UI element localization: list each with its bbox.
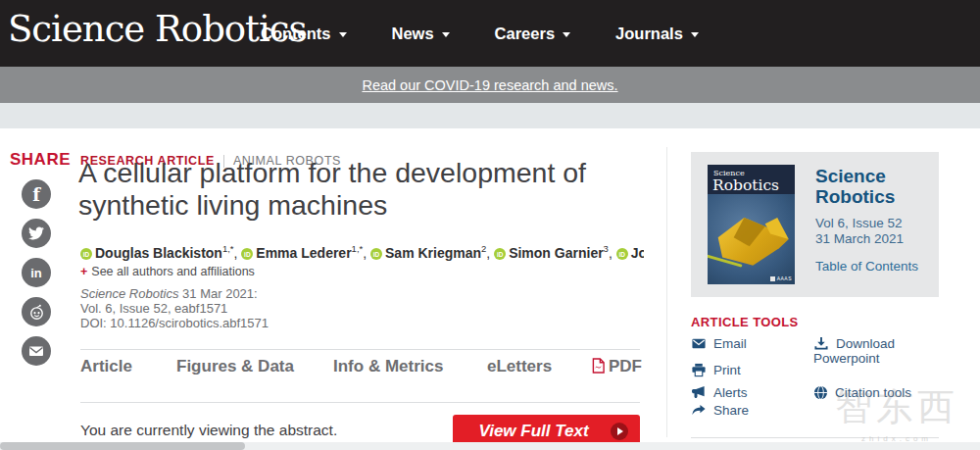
orcid-icon: iD: [370, 248, 382, 260]
horizontal-scrollbar-thumb[interactable]: [0, 442, 245, 450]
author-link[interactable]: iDDouglas Blackiston1,*,: [80, 245, 241, 261]
twitter-icon: [28, 225, 44, 241]
covid-banner: Read our COVID-19 research and news.: [0, 67, 980, 103]
tab-info-metrics[interactable]: Info & Metrics: [333, 357, 443, 376]
site-header: Science Robotics Contents News Careers J…: [0, 0, 980, 67]
issue-date: 31 March 2021: [815, 231, 931, 247]
share-label: SHARE: [10, 150, 71, 170]
horizontal-scrollbar-track[interactable]: [0, 442, 980, 450]
alerts-megaphone-icon: [691, 385, 707, 400]
tool-share-label: Share: [713, 403, 749, 418]
share-arrow-icon: [691, 403, 707, 418]
tab-eletters[interactable]: eLetters: [487, 357, 552, 376]
table-of-contents-link[interactable]: Table of Contents: [815, 259, 931, 274]
see-all-authors-label: See all authors and affiliations: [91, 265, 255, 278]
page-title: A cellular platform for the development …: [78, 157, 647, 222]
top-navigation: Contents News Careers Journals: [261, 0, 699, 67]
nav-journals[interactable]: Journals: [615, 25, 699, 43]
pdf-icon: [592, 358, 605, 374]
citation-block: Science Robotics 31 Mar 2021: Vol. 6, Is…: [80, 286, 269, 330]
content-divider: [666, 147, 667, 437]
email-icon: [28, 343, 44, 359]
share-facebook-button[interactable]: f: [22, 179, 51, 209]
abstract-notice: You are currently viewing the abstract.: [80, 422, 337, 439]
nav-news[interactable]: News: [392, 25, 450, 43]
view-full-text-label: View Full Text: [478, 422, 588, 441]
orcid-icon: iD: [494, 248, 506, 260]
citation-journal: Science Robotics: [80, 286, 178, 301]
issue-number: Vol 6, Issue 52: [815, 216, 931, 231]
citation-date: 31 Mar 2021:: [182, 286, 258, 301]
tool-alerts[interactable]: Alerts: [691, 385, 748, 400]
citation-doi: DOI: 10.1126/scirobotics.abf1571: [80, 316, 269, 330]
email-icon: [691, 336, 707, 351]
orcid-icon: iD: [616, 248, 628, 260]
globe-icon: [813, 385, 828, 400]
nav-careers-label: Careers: [495, 25, 555, 43]
author-name: Joshua B...: [631, 245, 644, 261]
tool-share[interactable]: Share: [691, 403, 749, 418]
tool-email[interactable]: Email: [691, 336, 747, 351]
download-icon: [813, 336, 829, 351]
nav-contents-label: Contents: [261, 25, 331, 43]
share-twitter-button[interactable]: [22, 219, 51, 248]
nav-journals-label: Journals: [615, 25, 683, 43]
tool-citation-label: Citation tools: [835, 385, 911, 400]
cover-journal-name-large: Robotics: [712, 176, 779, 194]
share-email-button[interactable]: [22, 336, 51, 366]
issue-info: Science Robotics Vol 6, Issue 52 31 Marc…: [815, 166, 931, 274]
tab-pdf-label: PDF: [609, 357, 642, 375]
share-linkedin-button[interactable]: in: [22, 258, 51, 287]
covid-banner-link[interactable]: Read our COVID-19 research and news.: [362, 77, 617, 93]
play-icon: [611, 423, 628, 440]
science-robotics-article-page: Science Robotics Contents News Careers J…: [0, 0, 980, 450]
author-separator: ,: [363, 245, 370, 261]
author-link[interactable]: iDSam Kriegman2,: [370, 245, 494, 261]
chevron-down-icon: [442, 32, 450, 37]
orcid-icon: iD: [80, 248, 92, 260]
facebook-icon: f: [32, 186, 40, 204]
tab-figures-data[interactable]: Figures & Data: [176, 357, 294, 376]
author-separator: ,: [486, 245, 494, 261]
tool-email-label: Email: [713, 336, 747, 351]
author-list: iDDouglas Blackiston1,*, iDEmma Lederer1…: [80, 243, 644, 261]
issue-cover[interactable]: Science Robotics AAAS: [708, 165, 795, 284]
citation-issue: Vol. 6, Issue 52, eabf1571: [80, 301, 269, 316]
author-link[interactable]: iDSimon Garnier3,: [494, 245, 616, 261]
article-tools-heading: ARTICLE TOOLS: [691, 315, 799, 329]
printer-icon: [691, 363, 707, 377]
sidebar-divider: [691, 437, 939, 438]
tabs-top-rule: [80, 349, 640, 350]
tool-print[interactable]: Print: [691, 363, 741, 377]
tab-pdf[interactable]: PDF: [592, 357, 642, 376]
header-spacer: [0, 103, 980, 128]
author-name: Sam Kriegman: [385, 245, 481, 261]
chevron-down-icon: [563, 32, 570, 37]
chevron-down-icon: [339, 32, 347, 37]
tool-alerts-label: Alerts: [713, 385, 748, 400]
nav-careers[interactable]: Careers: [495, 25, 570, 43]
aaas-logo: AAAS: [770, 275, 792, 281]
see-all-authors-link[interactable]: +See all authors and affiliations: [80, 265, 255, 278]
author-superscript: 1,*: [352, 243, 364, 254]
article-tabs: Article Figures & Data Info & Metrics eL…: [80, 355, 640, 384]
linkedin-icon: in: [30, 267, 42, 279]
author-link[interactable]: iDJoshua B...: [616, 245, 644, 261]
nav-contents[interactable]: Contents: [261, 25, 347, 43]
author-link[interactable]: iDEmma Lederer1,*,: [241, 245, 370, 261]
journal-title: Science Robotics: [815, 166, 904, 207]
tool-citation[interactable]: Citation tools: [813, 385, 911, 400]
author-separator: ,: [609, 245, 616, 261]
plus-icon: +: [80, 265, 87, 278]
tool-download-powerpoint[interactable]: Download Powerpoint: [813, 336, 927, 366]
author-name: Emma Lederer: [256, 245, 351, 261]
author-name: Simon Garnier: [509, 245, 603, 261]
share-reddit-button[interactable]: [22, 297, 51, 326]
orcid-icon: iD: [241, 248, 253, 260]
tab-article[interactable]: Article: [80, 357, 132, 376]
tool-print-label: Print: [713, 363, 741, 377]
author-superscript: 1,*: [222, 243, 234, 254]
chevron-down-icon: [691, 32, 699, 37]
current-issue-panel: Science Robotics AAAS Science Robotics V…: [691, 152, 939, 297]
tabs-bottom-rule: [80, 402, 640, 403]
